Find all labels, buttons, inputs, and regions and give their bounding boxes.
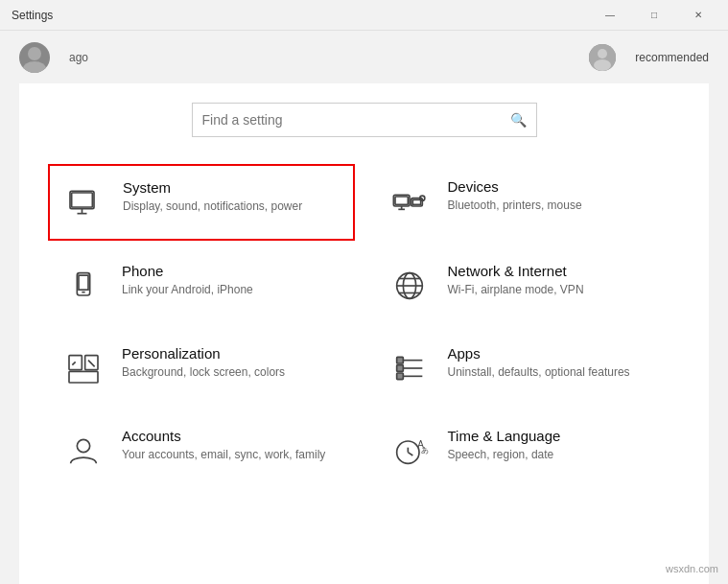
devices-desc: Bluetooth, printers, mouse: [448, 198, 669, 214]
svg-rect-24: [69, 371, 98, 383]
watermark: wsxdn.com: [666, 563, 718, 574]
apps-desc: Uninstall, defaults, optional features: [448, 364, 669, 381]
svg-rect-10: [395, 197, 408, 204]
svg-rect-18: [79, 275, 88, 290]
ago-text: ago: [69, 51, 88, 64]
svg-point-0: [28, 47, 41, 60]
svg-rect-8: [72, 193, 93, 207]
main-content: 🔍 System Display, sound, notifications, …: [19, 83, 709, 584]
settings-item-network[interactable]: Network & Internet Wi-Fi, airplane mode,…: [374, 248, 681, 323]
personalization-icon: [60, 345, 106, 391]
devices-title: Devices: [448, 178, 669, 195]
accounts-text: Accounts Your accounts, email, sync, wor…: [122, 428, 342, 463]
settings-item-accounts[interactable]: Accounts Your accounts, email, sync, wor…: [48, 413, 355, 488]
search-icon: 🔍: [510, 112, 527, 128]
personalization-desc: Background, lock screen, colors: [122, 364, 342, 381]
title-bar-controls: — □ ✕: [588, 0, 720, 31]
app-title: Settings: [12, 9, 53, 22]
svg-point-35: [77, 439, 89, 452]
settings-item-personalization[interactable]: Personalization Background, lock screen,…: [48, 331, 355, 406]
phone-text: Phone Link your Android, iPhone: [122, 263, 342, 298]
svg-point-36: [396, 441, 418, 463]
devices-text: Devices Bluetooth, printers, mouse: [448, 178, 669, 214]
network-desc: Wi-Fi, airplane mode, VPN: [448, 282, 669, 298]
personalization-text: Personalization Background, lock screen,…: [122, 345, 342, 381]
svg-rect-30: [396, 357, 403, 363]
apps-text: Apps Uninstall, defaults, optional featu…: [448, 345, 669, 381]
settings-item-devices[interactable]: Devices Bluetooth, printers, mouse: [374, 164, 681, 241]
svg-point-3: [598, 49, 607, 58]
network-icon: [387, 263, 433, 309]
network-text: Network & Internet Wi-Fi, airplane mode,…: [448, 263, 669, 298]
time-icon: A あ: [387, 428, 433, 474]
settings-item-system[interactable]: System Display, sound, notifications, po…: [48, 164, 355, 241]
accounts-title: Accounts: [122, 428, 342, 444]
settings-item-time[interactable]: A あ Time & Language Speech, region, date: [374, 413, 681, 488]
svg-point-4: [594, 59, 611, 71]
close-button[interactable]: ✕: [676, 0, 720, 31]
phone-desc: Link your Android, iPhone: [122, 282, 342, 298]
svg-rect-14: [412, 199, 420, 204]
avatar-left[interactable]: [19, 42, 50, 73]
svg-line-27: [72, 362, 75, 364]
system-desc: Display, sound, notifications, power: [123, 199, 341, 215]
title-bar: Settings — □ ✕: [0, 0, 728, 31]
phone-icon: [60, 263, 106, 309]
recommended-text: recommended: [635, 51, 709, 64]
svg-text:あ: あ: [420, 445, 428, 455]
svg-rect-32: [396, 365, 403, 372]
apps-icon: [387, 345, 433, 391]
svg-line-28: [88, 361, 95, 367]
search-bar[interactable]: 🔍: [192, 103, 537, 137]
devices-icon: [387, 178, 433, 224]
minimize-button[interactable]: —: [588, 0, 632, 31]
phone-title: Phone: [122, 263, 342, 279]
accounts-desc: Your accounts, email, sync, work, family: [122, 447, 342, 463]
system-text: System Display, sound, notifications, po…: [123, 179, 341, 215]
time-text: Time & Language Speech, region, date: [448, 428, 669, 463]
network-title: Network & Internet: [448, 263, 669, 279]
time-title: Time & Language: [448, 428, 669, 444]
settings-item-phone[interactable]: Phone Link your Android, iPhone: [48, 248, 355, 323]
system-icon: [61, 179, 107, 225]
apps-title: Apps: [448, 345, 669, 362]
system-title: System: [123, 179, 341, 196]
svg-point-1: [23, 61, 46, 73]
time-desc: Speech, region, date: [448, 447, 669, 463]
search-input[interactable]: [202, 112, 510, 128]
svg-rect-34: [396, 373, 403, 380]
personalization-title: Personalization: [122, 345, 342, 362]
accounts-icon: [60, 428, 106, 474]
settings-item-apps[interactable]: Apps Uninstall, defaults, optional featu…: [374, 331, 681, 406]
svg-rect-5: [70, 191, 94, 208]
settings-grid: System Display, sound, notifications, po…: [48, 164, 680, 488]
maximize-button[interactable]: □: [632, 0, 676, 31]
title-bar-left: Settings: [12, 9, 53, 22]
avatar-right[interactable]: [589, 44, 616, 71]
header-bar: ago recommended: [0, 31, 728, 83]
svg-line-38: [408, 453, 412, 456]
